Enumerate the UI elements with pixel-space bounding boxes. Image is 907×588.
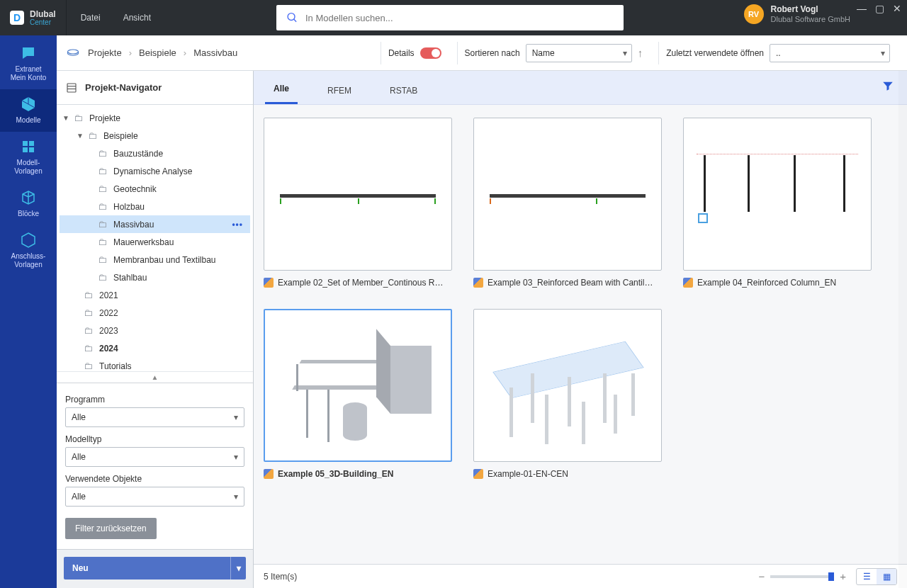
crumb-massivbau[interactable]: Massivbau: [193, 47, 237, 58]
tree-node-mauerwerksbau[interactable]: 🗀Mauerwerksbau: [60, 233, 250, 251]
navigator-title: Projekt-Navigator: [85, 82, 162, 93]
tree-node-beispiele[interactable]: ▼🗀Beispiele: [60, 127, 250, 145]
templates-icon: [17, 137, 40, 156]
zoom-slider[interactable]: [770, 575, 834, 578]
sort-direction-button[interactable]: ↑: [638, 47, 643, 59]
model-thumbnail: [683, 118, 872, 271]
sort-section: Sortieren nach Name ↑: [457, 42, 650, 64]
model-card[interactable]: Example 04_Reinforced Column_EN: [683, 118, 872, 288]
filter-modeltype-label: Modelltyp: [65, 434, 244, 444]
search-box[interactable]: [276, 5, 624, 30]
model-thumbnail: [473, 309, 662, 462]
new-button-dropdown[interactable]: ▾: [230, 557, 246, 579]
navigator-icon: [65, 81, 78, 94]
filter-program-select[interactable]: Alle: [65, 407, 244, 427]
new-button[interactable]: Neu ▾: [64, 557, 246, 579]
tree-node-2021[interactable]: 🗀2021: [60, 286, 250, 304]
toolbar: Projekte › Beispiele › Massivbau Details…: [57, 35, 907, 71]
search-input[interactable]: [305, 13, 614, 23]
breadcrumb: Projekte › Beispiele › Massivbau: [88, 47, 237, 58]
tree-node-stahlbau[interactable]: 🗀Stahlbau: [60, 268, 250, 286]
chevron-right-icon: ›: [129, 47, 132, 58]
tree-node-dynamische[interactable]: 🗀Dynamische Analyse: [60, 162, 250, 180]
zoom-control: − +: [758, 570, 846, 582]
menu-view[interactable]: Ansicht: [123, 13, 151, 23]
scrollbar[interactable]: [898, 105, 907, 564]
model-card[interactable]: Example 05_3D-Building_EN: [264, 309, 452, 479]
brand-main: Dlubal: [30, 10, 56, 18]
tree-node-tutorials[interactable]: 🗀Tutorials: [60, 357, 250, 371]
model-title: Example 05_3D-Building_EN: [278, 469, 393, 479]
svg-point-6: [68, 50, 79, 54]
view-grid-button[interactable]: ▦: [877, 569, 896, 584]
main-content: Alle RFEM RSTAB Example 02_Set of Member…: [254, 71, 907, 588]
recent-section: Zuletzt verwendete öffnen ..: [658, 42, 897, 64]
zoom-out-button[interactable]: −: [758, 570, 765, 582]
blocks-icon: [17, 188, 40, 207]
user-box[interactable]: RV Robert Vogl Dlubal Software GmbH: [744, 4, 851, 24]
tab-alle[interactable]: Alle: [265, 84, 298, 104]
avatar: RV: [744, 4, 764, 24]
model-icon: [683, 278, 693, 288]
reset-filters-button[interactable]: Filter zurücksetzen: [65, 518, 157, 539]
details-label: Details: [388, 48, 415, 58]
sort-dropdown[interactable]: Name: [526, 44, 632, 62]
model-title: Example-01-EN-CEN: [488, 469, 568, 479]
filter-icon[interactable]: [881, 79, 894, 94]
project-navigator-panel: Projekt-Navigator ▼🗀Projekte ▼🗀Beispiele…: [57, 71, 254, 588]
connection-icon: [17, 231, 40, 249]
model-cards-area[interactable]: Example 02_Set of Member_Continous Rein.…: [254, 105, 907, 564]
brand-sub: Center: [30, 18, 56, 26]
zoom-in-button[interactable]: +: [840, 570, 846, 582]
menu-file[interactable]: Datei: [81, 13, 101, 23]
minimize-icon[interactable]: —: [857, 3, 867, 14]
tree-node-2023[interactable]: 🗀2023: [60, 322, 250, 339]
app-logo: D Dlubal Center: [0, 0, 67, 35]
filter-program-label: Programm: [65, 395, 244, 405]
window-controls: — ▢ ✕: [857, 3, 901, 14]
filter-objects-select[interactable]: Alle: [65, 487, 244, 507]
rail-model-templates[interactable]: Modell- Vorlagen: [0, 132, 57, 183]
svg-rect-2: [23, 141, 28, 146]
recent-dropdown[interactable]: ..: [770, 44, 890, 62]
rail-extranet[interactable]: Extranet Mein Konto: [0, 38, 57, 89]
model-card[interactable]: Example 02_Set of Member_Continous Rein.…: [264, 118, 452, 288]
tree-node-bauzustaende[interactable]: 🗀Bauzustände: [60, 145, 250, 162]
rail-connection-templates[interactable]: Anschluss- Vorlagen: [0, 225, 57, 276]
view-list-button[interactable]: ☰: [857, 569, 877, 584]
model-thumbnail: [473, 118, 662, 271]
left-rail: Extranet Mein Konto Modelle Modell- Vorl…: [0, 35, 57, 588]
tree-collapse-button[interactable]: ▲: [57, 371, 253, 383]
model-title: Example 04_Reinforced Column_EN: [697, 278, 836, 288]
close-icon[interactable]: ✕: [893, 3, 901, 14]
svg-point-0: [288, 13, 295, 21]
details-toggle[interactable]: [420, 47, 441, 59]
rail-models[interactable]: Modelle: [0, 89, 57, 132]
tree-node-2022[interactable]: 🗀2022: [60, 304, 250, 322]
rail-blocks[interactable]: Blöcke: [0, 183, 57, 225]
tree-node-projekte[interactable]: ▼🗀Projekte: [60, 109, 250, 127]
crumb-beispiele[interactable]: Beispiele: [139, 47, 176, 58]
titlebar: D Dlubal Center Datei Ansicht RV Robert …: [0, 0, 907, 35]
svg-rect-4: [23, 147, 28, 152]
model-icon: [264, 278, 274, 288]
tab-rstab[interactable]: RSTAB: [381, 86, 426, 104]
svg-rect-7: [67, 84, 76, 92]
model-card[interactable]: Example-01-EN-CEN: [473, 309, 662, 479]
tree-node-holzbau[interactable]: 🗀Holzbau: [60, 198, 250, 215]
search-icon: [286, 11, 298, 24]
project-tree[interactable]: ▼🗀Projekte ▼🗀Beispiele 🗀Bauzustände 🗀Dyn…: [57, 105, 253, 371]
maximize-icon[interactable]: ▢: [875, 3, 884, 14]
tree-node-membranbau[interactable]: 🗀Membranbau und Textilbau: [60, 251, 250, 268]
tree-node-massivbau[interactable]: 🗀Massivbau•••: [60, 215, 250, 233]
details-toggle-section: Details: [381, 42, 449, 64]
tab-rfem[interactable]: RFEM: [319, 86, 360, 104]
crumb-projekte[interactable]: Projekte: [88, 47, 122, 58]
model-card[interactable]: Example 03_Reinforced Beam with Cantilev…: [473, 118, 662, 288]
content-tabs: Alle RFEM RSTAB: [254, 71, 907, 105]
tree-node-geotechnik[interactable]: 🗀Geotechnik: [60, 180, 250, 198]
navigator-footer: Neu ▾: [57, 549, 253, 588]
tree-node-2024[interactable]: 🗀2024: [60, 339, 250, 357]
more-icon[interactable]: •••: [232, 220, 243, 230]
filter-modeltype-select[interactable]: Alle: [65, 447, 244, 467]
